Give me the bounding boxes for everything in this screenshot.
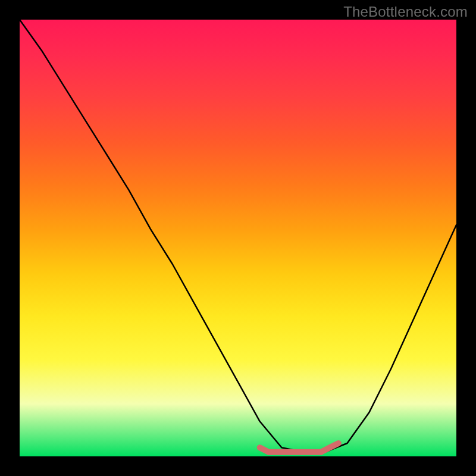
chart-stage: TheBottleneck.com	[0, 0, 476, 476]
bottleneck-curve	[20, 20, 456, 452]
watermark-text: TheBottleneck.com	[343, 4, 468, 20]
curve-layer	[20, 20, 456, 456]
plot-area	[20, 20, 456, 456]
highlight-band	[260, 443, 339, 452]
